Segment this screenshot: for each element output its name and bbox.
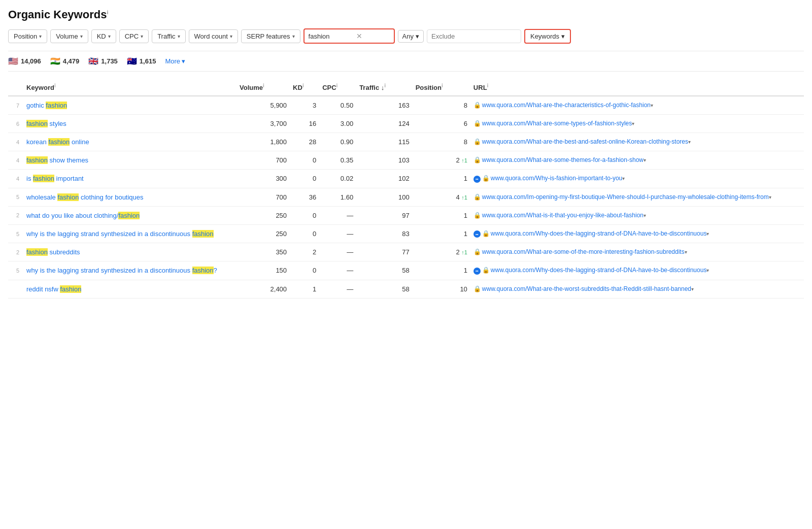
cpc-cell: 3.00: [319, 115, 356, 133]
url-dropdown-icon[interactable]: ▾: [644, 157, 646, 163]
url-link[interactable]: www.quora.com/Im-opening-my-first-boutiq…: [482, 193, 769, 201]
filter-cpc-button[interactable]: CPC▾: [119, 29, 149, 43]
url-cell[interactable]: 🔒www.quora.com/What-are-some-of-the-more…: [470, 243, 804, 261]
url-dropdown-icon[interactable]: ▾: [706, 268, 709, 273]
keyword-cell[interactable]: fashion show themes: [23, 151, 236, 170]
url-cell[interactable]: •• 🔒www.quora.com/Why-is-fashion-importa…: [470, 170, 804, 188]
clear-search-button[interactable]: ✕: [356, 32, 362, 40]
country-item-3[interactable]: 🇦🇺1,615: [127, 56, 156, 66]
url-link[interactable]: www.quora.com/Why-is-fashion-important-t…: [491, 175, 622, 182]
header-volume[interactable]: Volumei: [236, 79, 290, 96]
info-icon: i: [487, 83, 489, 88]
kd-cell: 0: [290, 206, 319, 224]
url-dropdown-icon[interactable]: ▾: [622, 176, 625, 181]
filter-position-button[interactable]: Position▾: [8, 29, 47, 43]
url-cell[interactable]: 🔒www.quora.com/What-are-the-characterist…: [470, 96, 804, 115]
keyword-cell[interactable]: fashion styles: [23, 115, 236, 133]
url-link[interactable]: www.quora.com/What-are-the-best-and-safe…: [482, 138, 688, 145]
header-kd[interactable]: KDi: [290, 79, 319, 96]
url-cell[interactable]: 🔒www.quora.com/What-are-the-best-and-saf…: [470, 133, 804, 151]
url-link[interactable]: www.quora.com/What-are-the-characteristi…: [482, 102, 651, 109]
position-change: ↑1: [461, 249, 467, 255]
header-url[interactable]: URLi: [470, 79, 804, 96]
any-label: Any: [402, 32, 414, 40]
any-dropdown[interactable]: Any ▾: [398, 30, 424, 43]
position-cell: 8: [413, 96, 470, 115]
url-dropdown-icon[interactable]: ▾: [651, 103, 653, 108]
info-icon: i: [384, 83, 386, 88]
word-count-cell: 4: [8, 170, 23, 188]
lock-icon: 🔒: [473, 102, 481, 109]
url-link[interactable]: www.quora.com/What-are-the-worst-subredd…: [482, 285, 691, 292]
url-cell[interactable]: 🔒www.quora.com/Im-opening-my-first-bouti…: [470, 188, 804, 206]
url-dropdown-icon[interactable]: ▾: [644, 213, 646, 218]
lock-icon: 🔒: [473, 212, 481, 219]
keyword-cell[interactable]: gothic fashion: [23, 96, 236, 115]
url-dropdown-icon[interactable]: ▾: [685, 249, 687, 255]
volume-cell: 5,900: [236, 96, 290, 115]
flag-icon: 🇮🇳: [50, 56, 60, 66]
keyword-highlight: fashion: [118, 212, 140, 219]
more-button[interactable]: More ▾: [165, 57, 185, 65]
filter-volume-button[interactable]: Volume▾: [50, 29, 88, 43]
url-cell[interactable]: 🔒www.quora.com/What-are-some-types-of-fa…: [470, 115, 804, 133]
table-row: 7gothic fashion5,90030.501638🔒www.quora.…: [8, 96, 804, 115]
keyword-cell[interactable]: wholesale fashion clothing for boutiques: [23, 188, 236, 206]
traffic-cell: 77: [356, 243, 413, 261]
position-cell: 1: [413, 224, 470, 243]
traffic-cell: 124: [356, 115, 413, 133]
word-count-cell: 2: [8, 243, 23, 261]
url-dropdown-icon[interactable]: ▾: [706, 231, 709, 237]
url-dropdown-icon[interactable]: ▾: [632, 121, 634, 126]
url-link[interactable]: www.quora.com/What-are-some-types-of-fas…: [482, 120, 632, 127]
country-item-1[interactable]: 🇮🇳4,479: [50, 56, 80, 66]
word-count-cell: 6: [8, 115, 23, 133]
search-input[interactable]: [309, 32, 354, 40]
table-row: 4fashion show themes70000.351032 ↑1🔒www.…: [8, 151, 804, 170]
filter-kd-button[interactable]: KD▾: [91, 29, 116, 43]
filter-serp_features-button[interactable]: SERP features▾: [241, 29, 300, 43]
header-keyword[interactable]: Keywordi: [23, 79, 236, 96]
url-dropdown-icon[interactable]: ▾: [769, 194, 771, 200]
keyword-cell[interactable]: why is the lagging strand synthesized in…: [23, 224, 236, 243]
keyword-cell[interactable]: what do you like about clothing/fashion: [23, 206, 236, 224]
page-title: Organic Keywordsi: [8, 8, 804, 21]
url-cell[interactable]: 🔒www.quora.com/What-are-some-themes-for-…: [470, 151, 804, 170]
url-link[interactable]: www.quora.com/Why-does-the-lagging-stran…: [491, 230, 707, 237]
url-link[interactable]: www.quora.com/What-are-some-themes-for-a…: [482, 156, 644, 163]
header-traffic[interactable]: Traffic ↓i: [356, 79, 413, 96]
lock-icon: 🔒: [473, 156, 481, 163]
volume-cell: 2,400: [236, 280, 290, 298]
table-row: reddit nsfw fashion2,4001—5810🔒www.quora…: [8, 280, 804, 298]
url-cell[interactable]: •• 🔒www.quora.com/Why-does-the-lagging-s…: [470, 224, 804, 243]
filter-traffic-button[interactable]: Traffic▾: [152, 29, 185, 43]
keyword-highlight: fashion: [26, 156, 48, 164]
country-item-0[interactable]: 🇺🇸14,096: [8, 56, 41, 66]
url-dropdown-icon[interactable]: ▾: [691, 286, 694, 292]
url-dropdown-icon[interactable]: ▾: [688, 139, 691, 145]
filter-traffic-arrow-icon: ▾: [178, 34, 180, 39]
keyword-cell[interactable]: reddit nsfw fashion: [23, 280, 236, 298]
traffic-cell: 83: [356, 224, 413, 243]
url-cell[interactable]: 🔒www.quora.com/What-are-the-worst-subred…: [470, 280, 804, 298]
url-link[interactable]: www.quora.com/What-is-it-that-you-enjoy-…: [482, 212, 644, 219]
keyword-cell[interactable]: korean fashion online: [23, 133, 236, 151]
kd-cell: 0: [290, 170, 319, 188]
keyword-cell[interactable]: why is the lagging strand synthesized in…: [23, 261, 236, 280]
keyword-cell[interactable]: fashion subreddits: [23, 243, 236, 261]
header-cpc[interactable]: CPCi: [319, 79, 356, 96]
url-cell[interactable]: •• 🔒www.quora.com/Why-does-the-lagging-s…: [470, 261, 804, 280]
lock-icon: 🔒: [482, 267, 490, 274]
volume-cell: 700: [236, 188, 290, 206]
flag-icon: 🇦🇺: [127, 56, 137, 66]
url-cell[interactable]: 🔒www.quora.com/What-is-it-that-you-enjoy…: [470, 206, 804, 224]
traffic-cell: 97: [356, 206, 413, 224]
keyword-cell[interactable]: is fashion important: [23, 170, 236, 188]
country-item-2[interactable]: 🇬🇧1,735: [88, 56, 118, 66]
url-link[interactable]: www.quora.com/Why-does-the-lagging-stran…: [491, 267, 707, 274]
url-link[interactable]: www.quora.com/What-are-some-of-the-more-…: [482, 248, 685, 255]
exclude-input[interactable]: [427, 29, 521, 43]
filter-word_count-button[interactable]: Word count▾: [189, 29, 238, 43]
keywords-dropdown[interactable]: Keywords ▾: [524, 29, 571, 44]
header-position[interactable]: Positioni: [413, 79, 470, 96]
